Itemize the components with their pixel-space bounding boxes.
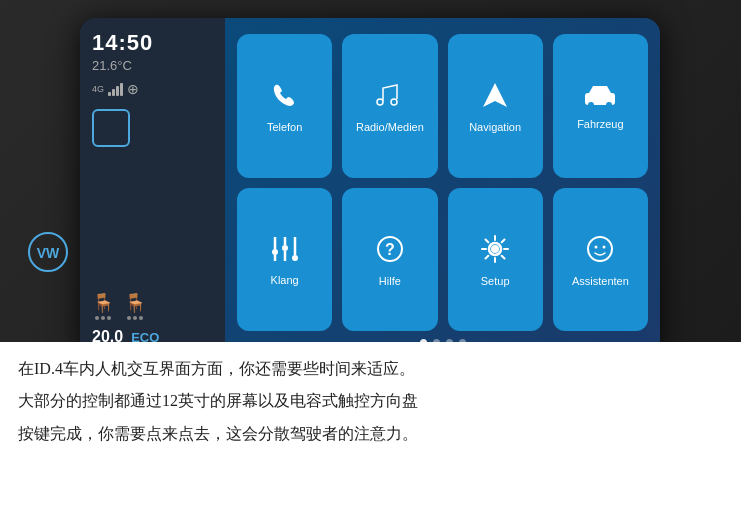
equalizer-icon (270, 235, 300, 268)
seat-heat-row: 🪑 🪑 (92, 292, 213, 320)
app-fahrzeug-label: Fahrzeug (577, 118, 623, 130)
screen-bezel: 14:50 21.6°C 4G ⊕ (80, 18, 660, 358)
temp-display: 21.6°C (92, 58, 213, 73)
svg-point-18 (595, 245, 598, 248)
description-line1: 在ID.4车内人机交互界面方面，你还需要些时间来适应。 (18, 356, 723, 382)
app-klang-label: Klang (271, 274, 299, 286)
vw-logo: VW (28, 232, 68, 272)
text-area: 在ID.4车内人机交互界面方面，你还需要些时间来适应。 大部分的控制都通过12英… (0, 342, 741, 520)
assist-icon (585, 234, 615, 269)
app-assistenten[interactable]: Assistenten (553, 188, 648, 332)
description-line2: 大部分的控制都通过12英寸的屏幕以及电容式触控方向盘 (18, 388, 723, 414)
navigation-icon (480, 80, 510, 115)
svg-point-9 (292, 255, 298, 261)
apps-grid: Telefon Radio/Medien (237, 34, 648, 331)
app-radio-label: Radio/Medien (356, 121, 424, 133)
time-display: 14:50 (92, 30, 213, 56)
phone-icon (270, 80, 300, 115)
wifi-icon: ⊕ (127, 81, 139, 97)
app-telefon[interactable]: Telefon (237, 34, 332, 178)
main-area: Telefon Radio/Medien (225, 18, 660, 358)
svg-text:VW: VW (37, 245, 60, 261)
description-line3: 按键完成，你需要点来点去，这会分散驾驶者的注意力。 (18, 421, 723, 447)
car-icon (583, 83, 617, 112)
help-icon: ? (375, 234, 405, 269)
signal-bars-icon (108, 83, 123, 96)
music-icon (375, 80, 405, 115)
app-fahrzeug[interactable]: Fahrzeug (553, 34, 648, 178)
network-label: 4G (92, 84, 104, 94)
svg-point-5 (272, 249, 278, 255)
seat-right-icon[interactable]: 🪑 (124, 292, 146, 320)
svg-point-7 (282, 245, 288, 251)
app-navigation-label: Navigation (469, 121, 521, 133)
dashboard: 14:50 21.6°C 4G ⊕ (0, 0, 741, 520)
app-klang[interactable]: Klang (237, 188, 332, 332)
app-setup-label: Setup (481, 275, 510, 287)
app-hilfe-label: Hilfe (379, 275, 401, 287)
svg-point-19 (603, 245, 606, 248)
home-square-icon[interactable] (92, 109, 130, 147)
screen: 14:50 21.6°C 4G ⊕ (80, 18, 660, 358)
app-radio[interactable]: Radio/Medien (342, 34, 437, 178)
svg-point-15 (491, 245, 499, 253)
svg-marker-0 (483, 83, 507, 107)
app-setup[interactable]: Setup (448, 188, 543, 332)
seat-left-icon[interactable]: 🪑 (92, 292, 114, 320)
svg-text:?: ? (385, 241, 395, 258)
signal-row: 4G ⊕ (92, 81, 213, 97)
status-icons: 4G ⊕ (92, 81, 213, 97)
app-navigation[interactable]: Navigation (448, 34, 543, 178)
app-assistenten-label: Assistenten (572, 275, 629, 287)
app-telefon-label: Telefon (267, 121, 302, 133)
settings-icon (480, 234, 510, 269)
svg-point-17 (588, 237, 612, 261)
app-hilfe[interactable]: ? Hilfe (342, 188, 437, 332)
bottom-left-controls: 🪑 🪑 (92, 292, 213, 346)
left-panel: 14:50 21.6°C 4G ⊕ (80, 18, 225, 358)
